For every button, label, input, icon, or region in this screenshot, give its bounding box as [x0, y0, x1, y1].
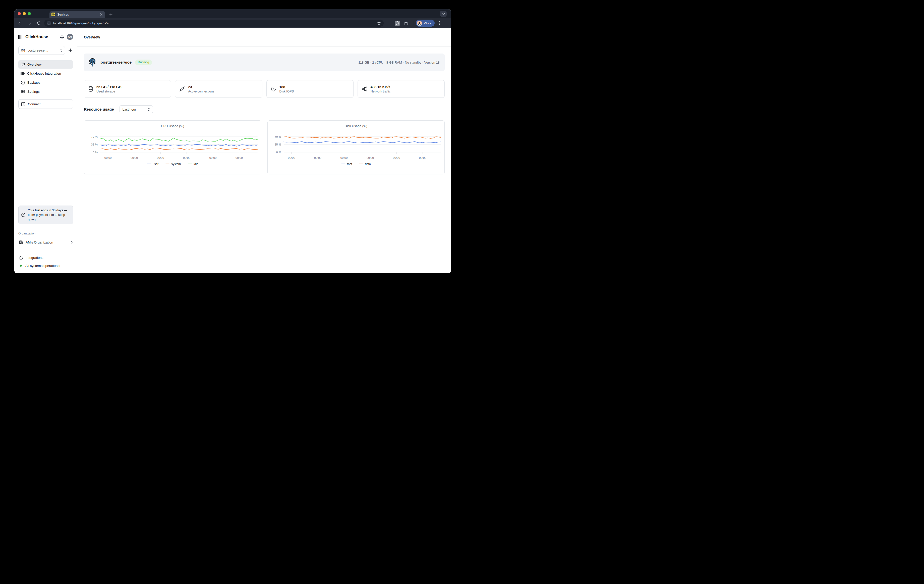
organization-section-label: Organization: [18, 232, 73, 235]
chevron-up-down-icon: [60, 49, 63, 52]
service-banner: postgres-service Running 118 GB · 2 vCPU…: [84, 53, 445, 71]
network-icon: [362, 86, 367, 92]
connect-button[interactable]: Connect: [18, 99, 73, 109]
svg-text:0 %: 0 %: [276, 151, 281, 154]
database-icon: [88, 86, 93, 92]
bookmark-star-icon[interactable]: [377, 21, 381, 25]
backups-icon: [21, 80, 25, 85]
svg-text:35 %: 35 %: [91, 143, 98, 146]
cpu-usage-chart: CPU Usage (%) 0 %35 %70 %00:0000:0000:00…: [84, 120, 261, 174]
stat-card-disk-iops: 188 Disk IOPS: [266, 80, 353, 98]
chart-title: Disk Usage (%): [268, 124, 445, 129]
zoom-window-button[interactable]: [28, 12, 31, 15]
svg-text:00:00: 00:00: [210, 156, 217, 159]
organization-name: AM's Organization: [26, 240, 68, 244]
stat-value: 55 GB / 118 GB: [96, 85, 122, 89]
chart-legend: root data: [268, 162, 445, 166]
sidebar-item-label: Settings: [27, 90, 40, 93]
legend-swatch: [165, 164, 170, 164]
user-avatar[interactable]: AM: [67, 34, 73, 40]
sidebar-item-overview[interactable]: Overview: [18, 60, 73, 69]
new-tab-button[interactable]: [108, 12, 114, 18]
legend-swatch: [359, 164, 363, 164]
url-bar[interactable]: localhost:8910/postgres/pgkybgnv0s5ii: [44, 20, 384, 26]
svg-text:35 %: 35 %: [274, 143, 281, 146]
legend-label: root: [347, 162, 352, 166]
add-service-button[interactable]: [68, 48, 73, 53]
svg-text:0 %: 0 %: [92, 151, 98, 154]
service-specs: 118 GB · 2 vCPU · 8 GB RAM · No standby …: [358, 61, 440, 65]
svg-text:00:00: 00:00: [183, 156, 190, 159]
disk-usage-plot: 0 %35 %70 %00:0000:0000:0000:0000:0000:0…: [268, 130, 445, 161]
service-selector-value: postgres-ser...: [28, 48, 58, 52]
bell-icon[interactable]: [59, 34, 65, 40]
svg-text:00:00: 00:00: [157, 156, 164, 159]
svg-text:00:00: 00:00: [366, 156, 374, 159]
close-window-button[interactable]: [18, 12, 21, 15]
back-button[interactable]: [17, 20, 23, 26]
connect-icon: [21, 102, 25, 106]
postgresql-logo: [88, 58, 97, 67]
tab-strip: Services: [14, 9, 451, 18]
stat-card-network-traffic: 408.15 KB/s Network traffic: [358, 80, 445, 98]
shield-extension-icon[interactable]: [394, 20, 400, 26]
window-controls: [18, 12, 31, 15]
brand-title: ClickHouse: [25, 35, 57, 39]
time-range-select[interactable]: Last hour: [119, 105, 153, 113]
legend-label: data: [365, 162, 371, 166]
integrations-label: Integrations: [26, 256, 43, 260]
overview-icon: [21, 62, 25, 66]
chevron-right-icon: [71, 241, 73, 244]
svg-text:00:00: 00:00: [340, 156, 348, 159]
tab-title: Services: [57, 13, 97, 17]
clock-icon: [21, 213, 26, 217]
penguin-avatar: [417, 21, 422, 26]
status-dot: [20, 265, 22, 266]
minimize-window-button[interactable]: [23, 12, 26, 15]
organization-row[interactable]: AM's Organization: [18, 238, 73, 246]
kebab-menu-icon[interactable]: [437, 20, 443, 26]
svg-text:00:00: 00:00: [393, 156, 400, 159]
integrations-row[interactable]: Integrations: [18, 253, 73, 261]
sidebar-item-clickhouse-integration[interactable]: ClickHouse integration: [18, 69, 73, 78]
stat-label: Used storage: [96, 90, 122, 93]
cpu-usage-plot: 0 %35 %70 %00:0000:0000:0000:0000:0000:0…: [84, 130, 261, 161]
browser-window: Services localhost:8910/postgres/pgkybgn…: [14, 9, 451, 273]
svg-text:70 %: 70 %: [274, 135, 281, 138]
clickhouse-bars-icon: [21, 72, 25, 75]
sidebar-item-label: Backups: [27, 81, 40, 84]
profile-chip[interactable]: Work: [416, 20, 435, 26]
status-label: All systems operational: [25, 264, 60, 268]
gauge-icon: [271, 86, 276, 92]
main-content: Overview postgres-service Running 118 GB…: [78, 28, 451, 273]
url-text[interactable]: localhost:8910/postgres/pgkybgnv0s5ii: [53, 22, 375, 25]
sidebar-item-settings[interactable]: Settings: [18, 88, 73, 96]
svg-text:00:00: 00:00: [288, 156, 295, 159]
status-badge: Running: [135, 60, 152, 65]
system-status-row[interactable]: All systems operational: [18, 261, 73, 270]
tab-search-chevron-down-icon[interactable]: [440, 11, 447, 17]
clickhouse-logo-icon: [18, 35, 23, 39]
sidebar-item-backups[interactable]: Backups: [18, 78, 73, 87]
svg-text:00:00: 00:00: [314, 156, 322, 159]
plug-icon: [179, 86, 185, 92]
service-selector[interactable]: aws postgres-ser...: [18, 46, 65, 55]
chart-title: CPU Usage (%): [84, 124, 261, 129]
reload-button[interactable]: [35, 20, 42, 26]
browser-tab-services[interactable]: Services: [50, 11, 105, 18]
svg-text:00:00: 00:00: [130, 156, 138, 159]
chart-legend: user system idle: [84, 162, 261, 166]
svg-text:70 %: 70 %: [91, 135, 98, 138]
connect-label: Connect: [28, 102, 40, 106]
close-tab-icon[interactable]: [99, 13, 103, 17]
legend-swatch: [147, 164, 151, 164]
info-icon[interactable]: [47, 21, 51, 25]
page-title: Overview: [84, 35, 100, 39]
stat-value: 408.15 KB/s: [371, 85, 391, 89]
extensions-puzzle-icon[interactable]: [403, 20, 409, 26]
clickhouse-favicon-icon: [51, 13, 55, 17]
legend-label: user: [153, 162, 158, 166]
svg-text:00:00: 00:00: [419, 156, 426, 159]
forward-button[interactable]: [26, 20, 32, 26]
trial-notice: Your trial ends in 30 days — enter payme…: [18, 205, 73, 224]
